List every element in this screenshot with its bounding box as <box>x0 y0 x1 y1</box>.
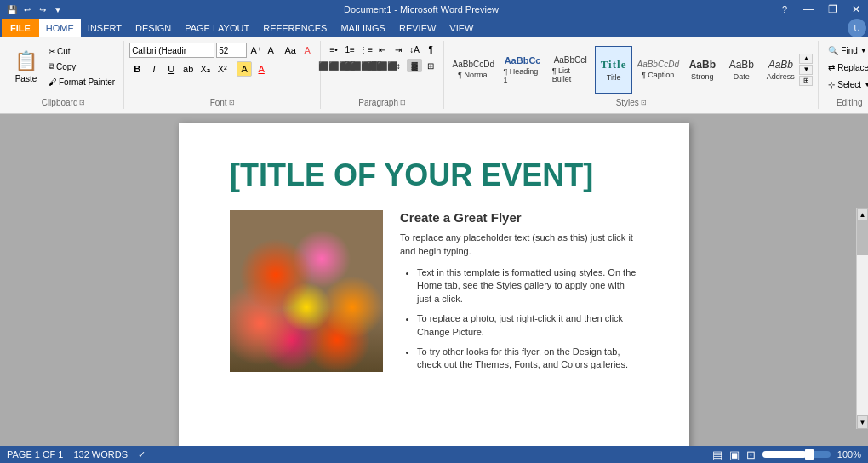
multilevel-button[interactable]: ⋮≡ <box>358 43 374 56</box>
show-hide-button[interactable]: ¶ <box>423 43 438 56</box>
clipboard-small-buttons: ✂ Cut ⧉ Copy 🖌 Format Painter <box>45 43 118 89</box>
menu-item-review[interactable]: REVIEW <box>392 19 443 37</box>
subscript-button[interactable]: X₂ <box>197 61 213 77</box>
font-family-input[interactable] <box>129 43 214 58</box>
customize-qa-button[interactable]: ▼ <box>51 3 65 16</box>
sort-button[interactable]: ↕A <box>407 43 422 56</box>
style-item-listbullet[interactable]: AaBbCcI ¶ List Bullet <box>548 46 593 94</box>
view-layout-button[interactable]: ▣ <box>729 449 740 461</box>
style-item-date[interactable]: AaBb Date <box>722 46 760 94</box>
list-item[interactable]: To try other looks for this flyer, on th… <box>417 346 638 372</box>
find-button[interactable]: 🔍 Find ▼ <box>824 43 868 58</box>
clear-format-button[interactable]: A <box>300 43 315 58</box>
styles-expand-icon[interactable]: ⊡ <box>641 99 647 106</box>
ribbon: 📋 Paste ✂ Cut ⧉ Copy 🖌 Format Painter C <box>0 37 868 114</box>
zoom-thumb[interactable] <box>805 449 814 460</box>
style-caption-label: ¶ Caption <box>642 71 674 79</box>
justify-button[interactable]: ⬛⬛⬛ <box>374 59 390 72</box>
flower-image[interactable] <box>230 210 383 372</box>
menu-item-mailings[interactable]: MAILINGS <box>334 19 392 37</box>
help-button[interactable]: ? <box>773 0 797 19</box>
styles-scroll-down[interactable]: ▼ <box>799 65 813 75</box>
zoom-slider[interactable] <box>762 451 831 458</box>
view-web-button[interactable]: ⊡ <box>746 449 756 461</box>
scroll-up-button[interactable]: ▲ <box>857 208 868 221</box>
undo-button[interactable]: ↩ <box>20 3 34 16</box>
decrease-font-button[interactable]: A⁻ <box>266 43 281 58</box>
cut-button[interactable]: ✂ Cut <box>45 44 118 58</box>
text-highlight-button[interactable]: A <box>237 61 252 77</box>
minimize-button[interactable]: — <box>797 0 820 19</box>
style-item-caption[interactable]: AaBbCcDd ¶ Caption <box>634 46 682 94</box>
style-normal-label: ¶ Normal <box>458 71 488 79</box>
style-normal-preview: AaBbCcDd <box>453 60 494 69</box>
line-spacing-button[interactable]: ↕ <box>391 59 406 72</box>
document-page[interactable]: [TITLE OF YOUR EVENT] Create a Great Fly… <box>179 123 689 446</box>
style-item-title[interactable]: Title Title <box>595 46 632 94</box>
bullets-button[interactable]: ≡• <box>326 43 341 56</box>
scroll-down-button[interactable]: ▼ <box>857 415 868 429</box>
replace-icon: ⇄ <box>828 63 835 72</box>
font-size-input[interactable] <box>216 43 247 58</box>
styles-scroll-up[interactable]: ▲ <box>799 54 813 64</box>
list-item[interactable]: Text in this template is formatted using… <box>417 266 638 306</box>
select-button[interactable]: ⊹ Select ▼ <box>824 77 868 92</box>
scroll-thumb[interactable] <box>857 221 868 255</box>
zoom-level[interactable]: 100% <box>837 449 861 460</box>
flyer-intro[interactable]: To replace any placeholder text (such as… <box>400 232 638 258</box>
bold-button[interactable]: B <box>129 61 145 77</box>
word-count: 132 WORDS <box>73 449 128 460</box>
menu-item-view[interactable]: VIEW <box>443 19 480 37</box>
styles-more-button[interactable]: ⊞ <box>799 76 813 86</box>
style-item-strong[interactable]: AaBb Strong <box>683 46 721 94</box>
strikethrough-button[interactable]: ab <box>180 61 196 77</box>
style-item-address[interactable]: AaBb Address <box>762 46 799 94</box>
event-title[interactable]: [TITLE OF YOUR EVENT] <box>230 157 638 193</box>
menu-item-design[interactable]: DESIGN <box>128 19 178 37</box>
menu-item-file[interactable]: FILE <box>2 19 39 37</box>
italic-button[interactable]: I <box>146 61 162 77</box>
text-content: Create a Great Flyer To replace any plac… <box>400 210 638 379</box>
list-item[interactable]: To replace a photo, just right-click it … <box>417 312 638 339</box>
user-avatar[interactable]: U <box>848 19 866 37</box>
copy-icon: ⧉ <box>49 61 54 71</box>
clipboard-expand-icon[interactable]: ⊡ <box>79 99 85 106</box>
menu-item-insert[interactable]: INSERT <box>81 19 128 37</box>
page-indicator: PAGE 1 OF 1 <box>7 449 63 460</box>
align-left-button[interactable]: ⬛⬛⬛ <box>326 59 341 72</box>
style-item-heading1[interactable]: AaBbCc ¶ Heading 1 <box>499 46 545 94</box>
font-expand-icon[interactable]: ⊡ <box>229 99 235 106</box>
status-bar: PAGE 1 OF 1 132 WORDS ✓ ▤ ▣ ⊡ 100% <box>0 446 868 463</box>
style-item-normal[interactable]: AaBbCcDd ¶ Normal <box>449 46 497 94</box>
menu-item-home[interactable]: HOME <box>39 19 81 37</box>
format-painter-button[interactable]: 🖌 Format Painter <box>45 75 118 89</box>
underline-button[interactable]: U <box>163 61 179 77</box>
borders-button[interactable]: ⊞ <box>423 59 438 72</box>
restore-button[interactable]: ❐ <box>820 0 844 19</box>
style-strong-label: Strong <box>691 72 714 81</box>
redo-button[interactable]: ↪ <box>36 3 49 16</box>
paste-button[interactable]: 📋 Paste <box>9 43 43 90</box>
styles-scroll-controls: ▲ ▼ ⊞ <box>799 54 813 86</box>
save-button[interactable]: 💾 <box>5 3 19 16</box>
close-button[interactable]: ✕ <box>844 0 868 19</box>
copy-button[interactable]: ⧉ Copy <box>45 60 118 73</box>
proofing-indicator[interactable]: ✓ <box>138 449 146 460</box>
menu-item-page-layout[interactable]: PAGE LAYOUT <box>178 19 256 37</box>
font-color-button[interactable]: A <box>254 61 269 77</box>
flyer-heading[interactable]: Create a Great Flyer <box>400 210 638 225</box>
find-icon: 🔍 <box>828 46 838 55</box>
style-address-label: Address <box>767 72 795 81</box>
increase-indent-button[interactable]: ⇥ <box>391 43 406 56</box>
view-normal-button[interactable]: ▤ <box>712 449 722 461</box>
replace-button[interactable]: ⇄ Replace <box>824 60 868 75</box>
paragraph-expand-icon[interactable]: ⊡ <box>400 99 406 106</box>
numbering-button[interactable]: 1≡ <box>342 43 357 56</box>
increase-font-button[interactable]: A⁺ <box>248 43 264 58</box>
shading-button[interactable]: ▓ <box>407 59 422 72</box>
superscript-button[interactable]: X² <box>214 61 230 77</box>
change-case-button[interactable]: Aa <box>283 43 298 58</box>
menu-item-references[interactable]: REFERENCES <box>256 19 334 37</box>
clipboard-group: 📋 Paste ✂ Cut ⧉ Copy 🖌 Format Painter C <box>3 41 124 109</box>
decrease-indent-button[interactable]: ⇤ <box>374 43 390 56</box>
